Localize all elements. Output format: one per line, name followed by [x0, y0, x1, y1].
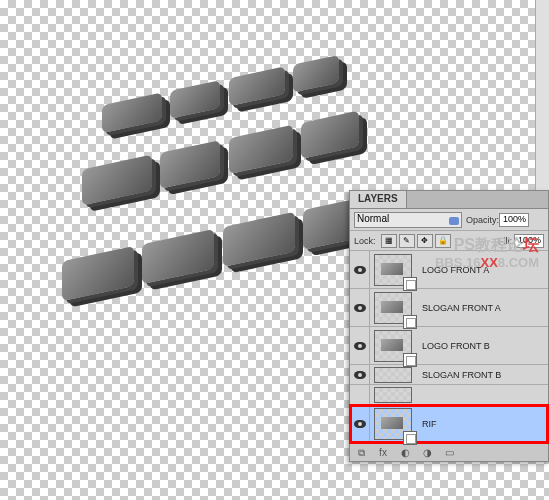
mask-icon[interactable]: ◐ [398, 447, 412, 459]
lock-row: Lock: ▦ ✎ ✥ 🔒 Fill: 100% [350, 231, 548, 251]
layers-bottom-bar: ⧉ fx ◐ ◑ ▭ [350, 443, 548, 461]
layer-thumbnail[interactable] [374, 254, 412, 286]
blend-mode-select[interactable]: Normal [354, 212, 462, 228]
eye-icon [354, 420, 366, 428]
lock-all-icon[interactable]: 🔒 [435, 234, 451, 248]
layers-panel: LAYERS Normal Opacity: 100% Lock: ▦ ✎ ✥ … [349, 190, 549, 462]
lock-brush-icon[interactable]: ✎ [399, 234, 415, 248]
layer-name-label: LOGO FRONT A [422, 265, 489, 275]
layer-name-label: LOGO FRONT B [422, 341, 490, 351]
lock-label: Lock: [354, 236, 376, 246]
layer-row-logo-front-b[interactable]: LOGO FRONT B [350, 327, 548, 365]
layer-row-logo-front-a[interactable]: LOGO FRONT A [350, 251, 548, 289]
layer-row-partial[interactable] [350, 385, 548, 405]
layer-thumbnail[interactable] [374, 292, 412, 324]
layer-thumbnail[interactable] [374, 330, 412, 362]
layer-list: LOGO FRONT A SLOGAN FRONT A LOGO FRONT B… [350, 251, 548, 443]
link-icon[interactable]: ⧉ [354, 447, 368, 459]
layer-name-label: SLOGAN FRONT B [422, 370, 501, 380]
lock-transparency-icon[interactable]: ▦ [381, 234, 397, 248]
layer-row-slogan-front-b[interactable]: SLOGAN FRONT B [350, 365, 548, 385]
group-icon[interactable]: ▭ [442, 447, 456, 459]
layer-thumbnail[interactable] [374, 387, 412, 403]
eye-icon [354, 342, 366, 350]
eye-icon [354, 371, 366, 379]
lock-move-icon[interactable]: ✥ [417, 234, 433, 248]
visibility-toggle[interactable] [350, 405, 370, 443]
canvas-scrollbar[interactable] [535, 0, 549, 190]
opacity-input[interactable]: 100% [499, 213, 529, 227]
eye-icon [354, 304, 366, 312]
layer-thumbnail[interactable] [374, 367, 412, 383]
tab-layers[interactable]: LAYERS [350, 191, 407, 208]
opacity-label: Opacity: [466, 215, 499, 225]
layer-row-slogan-front-a[interactable]: SLOGAN FRONT A [350, 289, 548, 327]
fill-input[interactable]: 100% [514, 234, 544, 248]
visibility-toggle[interactable] [350, 289, 370, 327]
fill-label: Fill: [498, 236, 512, 246]
visibility-toggle[interactable] [350, 251, 370, 289]
layer-thumbnail[interactable] [374, 408, 412, 440]
layer-name-label: SLOGAN FRONT A [422, 303, 501, 313]
adjustment-icon[interactable]: ◑ [420, 447, 434, 459]
layer-row-rif[interactable]: RIF [350, 405, 548, 443]
fx-icon[interactable]: fx [376, 447, 390, 459]
panel-tabs: LAYERS [350, 191, 548, 209]
blend-mode-row: Normal Opacity: 100% [350, 209, 548, 231]
layer-name-label: RIF [422, 419, 437, 429]
eye-icon [354, 266, 366, 274]
